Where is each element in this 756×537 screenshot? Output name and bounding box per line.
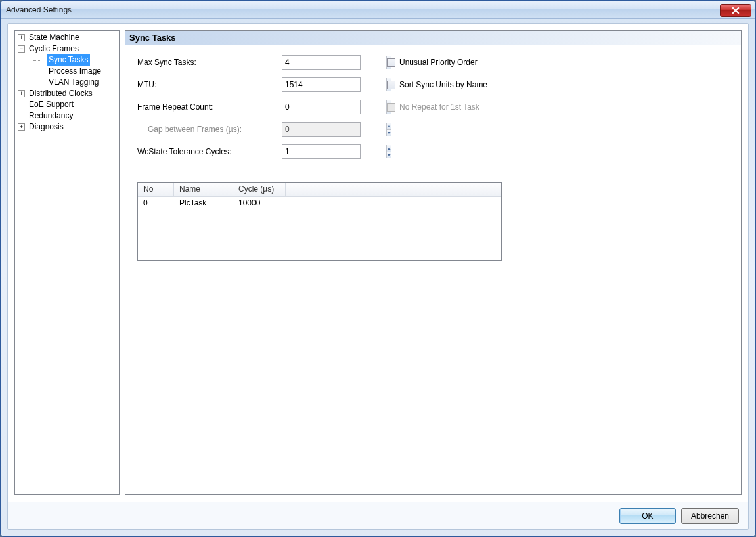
ok-button[interactable]: OK xyxy=(619,508,676,524)
form-area: Max Sync Tasks: ▲▼ Unusual Priority Orde… xyxy=(125,45,741,175)
close-button[interactable] xyxy=(720,4,751,17)
label-mtu: MTU: xyxy=(137,80,282,89)
tree-label: EoE Support xyxy=(27,99,76,110)
cell-name: PlcTask xyxy=(174,197,233,210)
tree-label: Distributed Clocks xyxy=(27,88,95,99)
tree-item-vlan-tagging[interactable]: VLAN Tagging xyxy=(15,77,119,88)
spin-down-icon: ▼ xyxy=(387,130,391,137)
tree-item-process-image[interactable]: Process Image xyxy=(15,66,119,77)
advanced-settings-window: Advanced Settings + State Machine − Cycl… xyxy=(0,0,756,537)
tree-label: Process Image xyxy=(47,66,103,77)
mtu-input[interactable] xyxy=(282,78,386,91)
tasks-table[interactable]: No Name Cycle (µs) 0 PlcTask 10000 xyxy=(137,182,502,261)
wcstate-spinner[interactable]: ▲▼ xyxy=(282,144,361,159)
cell-no: 0 xyxy=(138,197,174,210)
nav-tree[interactable]: + State Machine − Cyclic Frames Sync Tas… xyxy=(14,30,120,495)
label-gap: Gap between Frames (µs): xyxy=(137,125,282,134)
col-cycle[interactable]: Cycle (µs) xyxy=(233,183,286,196)
max-sync-tasks-input[interactable] xyxy=(282,56,386,69)
spin-down-icon[interactable]: ▼ xyxy=(387,152,391,159)
tree-item-sync-tasks[interactable]: Sync Tasks xyxy=(15,54,119,66)
close-icon xyxy=(732,7,740,14)
tree-label: Cyclic Frames xyxy=(27,43,81,54)
spin-up-icon[interactable]: ▲ xyxy=(387,145,391,152)
cell-cycle: 10000 xyxy=(233,197,286,210)
frame-repeat-spinner[interactable]: ▲▼ xyxy=(282,100,361,114)
label-frame-repeat: Frame Repeat Count: xyxy=(137,102,282,112)
collapse-icon[interactable]: − xyxy=(18,45,25,53)
panel-header: Sync Tasks xyxy=(125,31,741,45)
row-wcstate: WcState Tolerance Cycles: ▲▼ xyxy=(137,144,729,160)
row-max-sync-tasks: Max Sync Tasks: ▲▼ Unusual Priority Orde… xyxy=(137,54,729,70)
tree-item-state-machine[interactable]: + State Machine xyxy=(15,32,119,43)
tree-item-cyclic-frames[interactable]: − Cyclic Frames xyxy=(15,43,119,54)
sort-sync-units-checkbox-row: Sort Sync Units by Name xyxy=(387,80,487,89)
row-gap: Gap between Frames (µs): ▲▼ xyxy=(137,121,729,137)
expand-icon[interactable]: + xyxy=(18,34,25,41)
cancel-button[interactable]: Abbrechen xyxy=(681,508,739,524)
tree-label: Redundancy xyxy=(27,110,75,121)
tree-item-distributed-clocks[interactable]: + Distributed Clocks xyxy=(15,88,119,99)
window-title: Advanced Settings xyxy=(6,5,72,14)
main-panel: Sync Tasks Max Sync Tasks: ▲▼ Unusual Pr… xyxy=(125,30,742,495)
tree-label: State Machine xyxy=(27,32,81,43)
expand-icon[interactable]: + xyxy=(18,90,25,97)
gap-spinner: ▲▼ xyxy=(282,122,361,137)
tree-item-redundancy[interactable]: Redundancy xyxy=(15,110,119,121)
frame-repeat-input[interactable] xyxy=(282,100,386,114)
titlebar[interactable]: Advanced Settings xyxy=(1,1,755,19)
unusual-priority-checkbox-row: Unusual Priority Order xyxy=(387,58,478,67)
wcstate-input[interactable] xyxy=(282,145,386,158)
tree-label: Diagnosis xyxy=(27,121,66,133)
expand-icon[interactable]: + xyxy=(18,123,25,131)
tree-label: VLAN Tagging xyxy=(47,77,101,88)
tree-item-eoe-support[interactable]: EoE Support xyxy=(15,99,119,110)
table-row[interactable]: 0 PlcTask 10000 xyxy=(138,197,501,210)
spin-up-icon: ▲ xyxy=(387,123,391,130)
tree-label: Sync Tasks xyxy=(47,54,90,66)
row-mtu: MTU: ▲▼ Sort Sync Units by Name xyxy=(137,77,729,93)
body-row: + State Machine − Cyclic Frames Sync Tas… xyxy=(8,24,748,502)
col-spacer xyxy=(286,183,501,196)
sort-sync-units-label: Sort Sync Units by Name xyxy=(399,80,487,89)
table-header: No Name Cycle (µs) xyxy=(138,183,501,197)
row-frame-repeat: Frame Repeat Count: ▲▼ No Repeat for 1st… xyxy=(137,99,729,115)
gap-input xyxy=(282,123,386,136)
label-wcstate: WcState Tolerance Cycles: xyxy=(137,147,282,156)
no-repeat-checkbox-row: No Repeat for 1st Task xyxy=(387,102,479,112)
dialog-footer: OK Abbrechen xyxy=(8,502,748,529)
col-name[interactable]: Name xyxy=(174,183,233,196)
unusual-priority-label: Unusual Priority Order xyxy=(399,58,478,67)
unusual-priority-checkbox[interactable] xyxy=(387,58,395,67)
content-area: + State Machine − Cyclic Frames Sync Tas… xyxy=(7,23,749,530)
tree-item-diagnosis[interactable]: + Diagnosis xyxy=(15,121,119,133)
sort-sync-units-checkbox[interactable] xyxy=(387,81,395,89)
mtu-spinner[interactable]: ▲▼ xyxy=(282,77,361,92)
max-sync-tasks-spinner[interactable]: ▲▼ xyxy=(282,55,361,70)
no-repeat-checkbox xyxy=(387,103,395,112)
col-no[interactable]: No xyxy=(138,183,174,196)
no-repeat-label: No Repeat for 1st Task xyxy=(399,102,479,112)
label-max-sync-tasks: Max Sync Tasks: xyxy=(137,58,282,67)
